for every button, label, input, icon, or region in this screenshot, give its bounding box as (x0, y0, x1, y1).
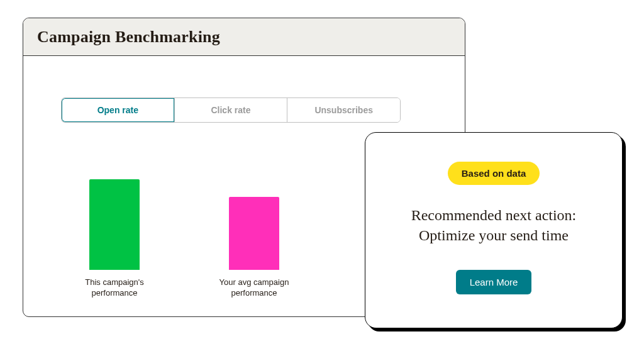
bar-group-this-campaign: This campaign's performance (67, 179, 162, 299)
learn-more-button[interactable]: Learn More (456, 270, 532, 294)
recommendation-card: Based on data Recommended next action: O… (365, 132, 623, 328)
tab-open-rate[interactable]: Open rate (62, 98, 175, 122)
bar-group-your-avg: Your avg campaign performance (207, 197, 301, 299)
tab-unsubscribes[interactable]: Unsubscribes (287, 98, 400, 122)
panel-title: Campaign Benchmarking (37, 28, 220, 47)
recommendation-heading-line2: Optimize your send time (419, 227, 569, 243)
bar-your-avg (229, 197, 279, 270)
recommendation-heading-line1: Recommended next action: (411, 207, 577, 223)
recommendation-heading: Recommended next action: Optimize your s… (411, 205, 577, 246)
bar-label-this-campaign: This campaign's performance (67, 277, 162, 299)
bar-label-your-avg: Your avg campaign performance (207, 277, 301, 299)
metric-tabs: Open rate Click rate Unsubscribes (61, 98, 401, 123)
based-on-data-badge: Based on data (448, 162, 540, 185)
bar-this-campaign (89, 179, 140, 270)
panel-header: Campaign Benchmarking (23, 18, 465, 56)
tab-click-rate[interactable]: Click rate (175, 98, 288, 122)
